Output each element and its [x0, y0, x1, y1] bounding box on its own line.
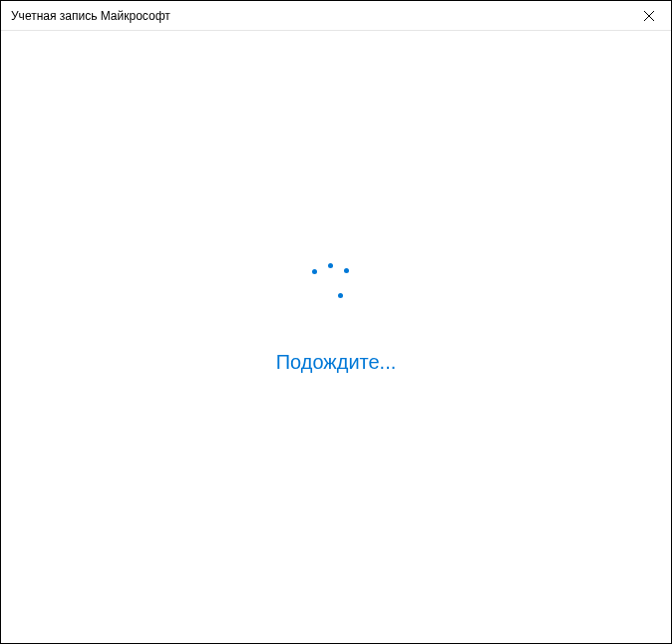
spinner-dot-icon [328, 263, 333, 268]
titlebar: Учетная запись Майкрософт [1, 1, 671, 31]
loading-text: Подождите... [276, 351, 397, 374]
close-button[interactable] [626, 1, 671, 31]
spinner-dot-icon [338, 293, 343, 298]
close-icon [644, 11, 654, 21]
content-area: Подождите... [1, 31, 671, 643]
loading-spinner [306, 251, 366, 311]
dialog-window: Учетная запись Майкрософт Подождите... [0, 0, 672, 644]
window-title: Учетная запись Майкрософт [11, 9, 170, 23]
spinner-dot-icon [344, 268, 349, 273]
spinner-dot-icon [312, 269, 317, 274]
